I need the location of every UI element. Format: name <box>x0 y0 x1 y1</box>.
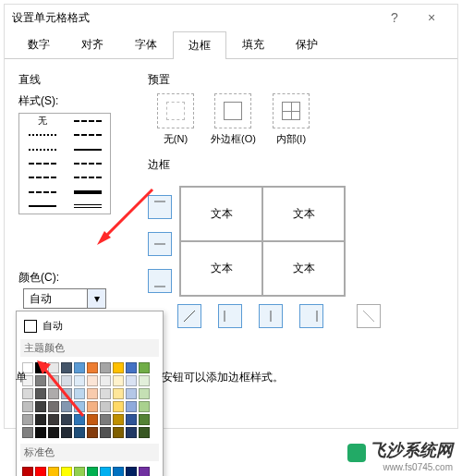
color-swatch[interactable] <box>48 401 59 412</box>
color-swatch[interactable] <box>61 467 72 476</box>
color-swatch[interactable] <box>61 427 72 438</box>
color-swatch[interactable] <box>74 362 85 373</box>
color-swatch[interactable] <box>74 375 85 386</box>
color-swatch[interactable] <box>100 375 111 386</box>
color-swatch[interactable] <box>35 388 46 399</box>
color-swatch[interactable] <box>48 388 59 399</box>
color-swatch[interactable] <box>113 414 124 425</box>
color-swatch[interactable] <box>74 388 85 399</box>
color-swatch[interactable] <box>139 375 150 386</box>
color-swatch[interactable] <box>87 362 98 373</box>
border-diag-down-button[interactable] <box>357 304 381 328</box>
line-style-opt[interactable] <box>19 185 65 199</box>
color-swatch[interactable] <box>22 427 33 438</box>
color-swatch[interactable] <box>126 362 137 373</box>
color-swatch[interactable] <box>113 362 124 373</box>
color-swatch[interactable] <box>61 362 72 373</box>
color-swatch[interactable] <box>22 467 33 476</box>
color-swatch[interactable] <box>61 414 72 425</box>
color-swatch[interactable] <box>100 362 111 373</box>
color-swatch[interactable] <box>113 467 124 476</box>
line-style-opt[interactable] <box>65 185 110 199</box>
dropdown-arrow-icon[interactable]: ▾ <box>87 289 105 308</box>
color-swatch[interactable] <box>87 427 98 438</box>
color-swatch[interactable] <box>126 427 137 438</box>
color-swatch[interactable] <box>87 467 98 476</box>
line-style-opt[interactable] <box>65 171 110 185</box>
line-style-none[interactable]: 无 <box>19 114 65 128</box>
color-swatch[interactable] <box>74 414 85 425</box>
line-style-opt[interactable] <box>65 156 110 170</box>
color-swatch[interactable] <box>35 362 46 373</box>
color-swatch[interactable] <box>100 388 111 399</box>
color-swatch[interactable] <box>113 401 124 412</box>
color-swatch[interactable] <box>87 388 98 399</box>
color-swatch[interactable] <box>100 427 111 438</box>
line-style-list[interactable]: 无 <box>18 113 111 214</box>
color-swatch[interactable] <box>113 388 124 399</box>
color-swatch[interactable] <box>35 375 46 386</box>
line-style-opt[interactable] <box>19 128 65 141</box>
line-style-opt[interactable] <box>65 142 110 156</box>
border-left-button[interactable] <box>218 304 242 328</box>
line-style-opt[interactable] <box>65 114 110 128</box>
border-right-button[interactable] <box>299 304 323 328</box>
color-swatch[interactable] <box>22 388 33 399</box>
line-style-opt[interactable] <box>65 128 110 141</box>
help-button[interactable]: ? <box>376 10 413 25</box>
color-swatch[interactable] <box>48 375 59 386</box>
color-swatch[interactable] <box>100 401 111 412</box>
color-swatch[interactable] <box>100 467 111 476</box>
color-swatch[interactable] <box>126 388 137 399</box>
color-swatch[interactable] <box>139 401 150 412</box>
color-automatic[interactable]: 自动 <box>22 315 157 336</box>
color-swatch[interactable] <box>48 427 59 438</box>
preset-inside[interactable]: 内部(I) <box>273 93 310 146</box>
color-swatch[interactable] <box>74 427 85 438</box>
color-swatch[interactable] <box>35 427 46 438</box>
color-swatch[interactable] <box>35 401 46 412</box>
color-swatch[interactable] <box>87 414 98 425</box>
color-swatch[interactable] <box>87 401 98 412</box>
border-top-button[interactable] <box>148 195 172 219</box>
line-style-opt[interactable] <box>19 171 65 185</box>
color-swatch[interactable] <box>139 467 150 476</box>
color-swatch[interactable] <box>139 362 150 373</box>
color-swatch[interactable] <box>139 388 150 399</box>
color-swatch[interactable] <box>61 401 72 412</box>
color-swatch[interactable] <box>48 362 59 373</box>
line-style-opt[interactable] <box>65 200 110 214</box>
color-swatch[interactable] <box>139 427 150 438</box>
tab-font[interactable]: 字体 <box>119 31 173 58</box>
color-swatch[interactable] <box>126 414 137 425</box>
color-swatch[interactable] <box>126 401 137 412</box>
color-swatch[interactable] <box>22 401 33 412</box>
preset-outline[interactable]: 外边框(O) <box>211 93 256 146</box>
tab-border[interactable]: 边框 <box>173 31 226 59</box>
color-swatch[interactable] <box>139 414 150 425</box>
color-swatch[interactable] <box>126 467 137 476</box>
close-button[interactable]: × <box>413 10 450 25</box>
color-swatch[interactable] <box>113 375 124 386</box>
border-bottom-button[interactable] <box>148 269 172 293</box>
preset-none[interactable]: 无(N) <box>157 93 194 146</box>
color-swatch[interactable] <box>113 427 124 438</box>
tab-number[interactable]: 数字 <box>12 31 66 58</box>
color-swatch[interactable] <box>48 414 59 425</box>
color-swatch[interactable] <box>48 467 59 476</box>
tab-fill[interactable]: 填充 <box>226 31 280 58</box>
color-swatch[interactable] <box>126 375 137 386</box>
color-swatch[interactable] <box>74 401 85 412</box>
color-swatch[interactable] <box>35 414 46 425</box>
line-style-opt[interactable] <box>19 142 65 156</box>
color-swatch[interactable] <box>61 375 72 386</box>
color-swatch[interactable] <box>100 414 111 425</box>
tab-alignment[interactable]: 对齐 <box>66 31 119 58</box>
color-dropdown[interactable]: 自动 ▾ <box>23 288 106 309</box>
border-middle-h-button[interactable] <box>148 232 172 256</box>
color-swatch[interactable] <box>87 375 98 386</box>
color-swatch[interactable] <box>35 467 46 476</box>
color-swatch[interactable] <box>74 467 85 476</box>
color-swatch[interactable] <box>22 414 33 425</box>
color-swatch[interactable] <box>61 388 72 399</box>
